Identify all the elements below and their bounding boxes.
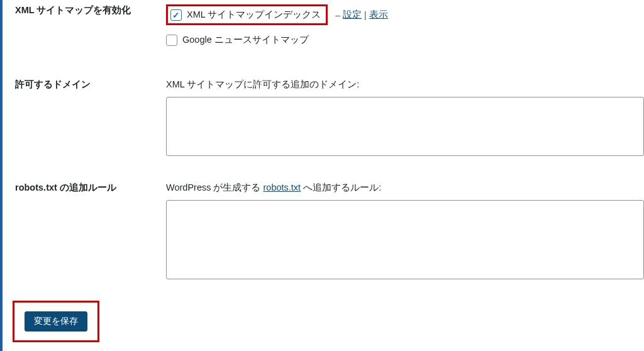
robots-rules-field-label: WordPress が生成する robots.txt へ追加するルール: xyxy=(166,182,644,194)
save-button[interactable]: 変更を保存 xyxy=(25,311,87,332)
allowed-domains-field-label: XML サイトマップに許可する追加のドメイン: xyxy=(166,79,644,91)
row-enable-sitemap: XML サイトマップを有効化 XML サイトマップインデックス – 設定 | 表… xyxy=(15,3,644,55)
enable-sitemap-heading: XML サイトマップを有効化 xyxy=(15,3,166,16)
robots-rules-heading: robots.txt の追加ルール xyxy=(15,182,166,194)
robots-rules-textarea[interactable] xyxy=(166,200,644,279)
google-news-checkbox-label[interactable]: Google ニュースサイトマップ xyxy=(182,34,309,46)
xml-index-checkbox[interactable] xyxy=(170,9,182,21)
allowed-domains-heading: 許可するドメイン xyxy=(15,79,166,91)
allowed-domains-textarea[interactable] xyxy=(166,97,644,156)
google-news-line: Google ニュースサイトマップ xyxy=(166,34,644,46)
xml-index-settings-link[interactable]: 設定 xyxy=(343,9,362,21)
robots-label-suffix: へ追加するルール: xyxy=(301,182,381,192)
google-news-checkbox[interactable] xyxy=(166,35,177,46)
xml-index-highlight: XML サイトマップインデックス xyxy=(166,4,328,25)
pipe-separator: | xyxy=(364,10,367,20)
robots-txt-link[interactable]: robots.txt xyxy=(264,182,301,192)
row-robots-rules: robots.txt の追加ルール WordPress が生成する robots… xyxy=(15,182,644,281)
save-highlight: 変更を保存 xyxy=(13,301,99,342)
xml-index-view-link[interactable]: 表示 xyxy=(369,9,388,21)
xml-index-checkbox-label[interactable]: XML サイトマップインデックス xyxy=(187,9,321,21)
dash-separator: – xyxy=(335,10,340,20)
xml-index-line: XML サイトマップインデックス – 設定 | 表示 xyxy=(166,4,644,25)
robots-label-prefix: WordPress が生成する xyxy=(166,182,264,192)
row-allowed-domains: 許可するドメイン XML サイトマップに許可する追加のドメイン: xyxy=(15,79,644,158)
